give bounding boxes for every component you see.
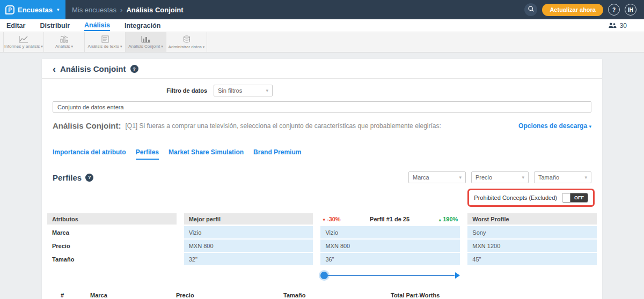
attribute-select-precio[interactable]: Precio ▾ — [471, 171, 529, 183]
dataset-input[interactable]: Conjunto de datos entera — [53, 101, 591, 113]
toolbar-analisis-de-texto[interactable]: Análisis de texto▾ — [85, 32, 126, 52]
worst-profile-row: Sony — [467, 226, 597, 238]
breadcrumb-current: Análisis Conjoint — [126, 6, 183, 14]
col-header-marca: Marca — [90, 292, 176, 298]
attribute-select-tamano[interactable]: Tamaño ▾ — [534, 171, 591, 183]
bar-chart-icon — [60, 35, 69, 43]
toolbar-analisis[interactable]: Análisis▾ — [44, 32, 85, 52]
toolbar-administrar-datos[interactable]: Administrar datos▾ — [166, 32, 207, 52]
worst-profile-row: MXN 1200 — [467, 240, 597, 252]
breadcrumb-parent[interactable]: Mis encuestas — [72, 6, 116, 14]
col-header-tamano: Tamaño — [283, 292, 391, 298]
prohibited-concepts-row: Prohibited Concepts (Excluded) OFF — [49, 189, 595, 207]
responses-indicator[interactable]: 30 — [608, 21, 627, 31]
subtab-perfiles[interactable]: Perfiles — [136, 148, 159, 160]
tab-analisis[interactable]: Análisis — [84, 20, 110, 31]
section-label: Análisis Conjoint: — [53, 121, 121, 130]
help-button[interactable]: ? — [608, 4, 620, 16]
database-icon — [182, 35, 191, 43]
content-area: ‹ Análisis Conjoint ? Filtro de datos Si… — [0, 53, 644, 299]
chevron-down-icon: ▾ — [41, 44, 43, 48]
best-profile-row: MXN 800 — [184, 240, 313, 252]
chevron-down-icon: ▾ — [522, 175, 524, 180]
filter-row: Filtro de datos Sin filtros ▾ — [53, 85, 591, 96]
attribute-selects: Marca ▾ Precio ▾ Tamaño ▾ — [408, 171, 591, 183]
current-profile-title: Perfil #1 de 25 — [370, 216, 409, 222]
toolbar-informes-y-analisis[interactable]: Informes y análisis▾ — [3, 32, 44, 52]
toolbar-analisis-conjoint[interactable]: Análisis Conjoint▾ — [126, 32, 166, 52]
page-title: Análisis Conjoint — [60, 64, 126, 73]
slider-track — [324, 275, 455, 276]
analysis-toolbar: Informes y análisis▾ Análisis▾ Análisis … — [0, 32, 644, 53]
best-profile-column: Mejor perfil Vizio MXN 800 32" — [184, 213, 313, 266]
toolbar-label: Análisis de texto▾ — [88, 44, 122, 49]
profile-slider[interactable] — [320, 271, 460, 280]
current-profile-row: MXN 800 — [320, 240, 460, 252]
analysis-subtabs: Importancia del atributo Perfiles Market… — [53, 148, 591, 160]
chevron-down-icon: ▾ — [120, 44, 122, 48]
slider-handle[interactable] — [320, 272, 328, 279]
current-profile-column: ▾ -30% Perfil #1 de 25 ▴ 190% Vizio MXN … — [320, 213, 460, 266]
filter-label: Filtro de datos — [53, 87, 214, 94]
attributes-header: Atributos — [47, 213, 177, 225]
tab-editar[interactable]: Editar — [6, 20, 25, 31]
slider-arrow-icon — [455, 272, 460, 279]
decrease-badge: ▾ -30% — [323, 216, 340, 222]
product-name: Encuestas — [18, 6, 53, 14]
attribute-row: Tamaño — [47, 253, 177, 265]
col-header-precio: Precio — [176, 292, 283, 298]
breadcrumb-separator-icon: › — [120, 6, 122, 14]
product-switcher[interactable]: P Encuestas ▾ — [0, 0, 65, 19]
worst-profile-header: Worst Profile — [467, 213, 597, 225]
toolbar-label: Informes y análisis▾ — [4, 44, 43, 49]
tab-integracion[interactable]: Integración — [125, 20, 160, 31]
main-nav: Editar Distribuir Análisis Integración 3… — [0, 19, 644, 32]
subtab-brand-premium[interactable]: Brand Premium — [253, 148, 301, 160]
avatar[interactable]: IH — [625, 4, 636, 16]
help-icon[interactable]: ? — [130, 65, 138, 73]
questionpro-logo-icon: P — [5, 5, 14, 14]
update-now-button[interactable]: Actualizar ahora — [542, 4, 603, 16]
attributes-column: Atributos Marca Precio Tamaño — [47, 213, 177, 266]
filter-selected-value: Sin filtros — [218, 87, 242, 94]
people-icon — [608, 21, 617, 31]
profile-slider-row — [47, 271, 597, 280]
current-profile-row: 36" — [320, 253, 460, 265]
increase-badge: ▴ 190% — [439, 216, 458, 222]
annotation-highlight-box: Prohibited Concepts (Excluded) OFF — [467, 189, 595, 207]
back-icon[interactable]: ‹ — [53, 65, 56, 73]
chevron-down-icon: ▾ — [589, 124, 591, 129]
triangle-down-icon: ▾ — [323, 217, 325, 222]
card-header: ‹ Análisis Conjoint ? — [42, 59, 602, 79]
toolbar-label: Administrar datos▾ — [169, 44, 205, 49]
part-worths-table: # Marca Precio Tamaño Total Part-Worths … — [47, 289, 597, 299]
responses-count: 30 — [620, 22, 627, 29]
best-profile-row: 32" — [184, 253, 313, 265]
attribute-select-marca[interactable]: Marca ▾ — [408, 171, 466, 183]
triangle-up-icon: ▴ — [439, 217, 442, 222]
topbar-actions: Actualizar ahora ? IH — [524, 3, 644, 16]
data-filter-select[interactable]: Sin filtros ▾ — [214, 85, 273, 96]
toggle-knob — [562, 193, 570, 202]
current-profile-row: Vizio — [320, 226, 460, 238]
chevron-down-icon: ▾ — [57, 7, 60, 12]
chevron-down-icon: ▾ — [203, 45, 205, 49]
col-header-total-part-worths: Total Part-Worths — [391, 292, 597, 298]
breadcrumb: Mis encuestas › Análisis Conjoint — [72, 6, 184, 14]
download-options-link[interactable]: Opciones de descarga ▾ — [518, 122, 591, 130]
chevron-down-icon: ▾ — [584, 175, 587, 180]
best-profile-row: Vizio — [184, 226, 313, 238]
toolbar-label: Análisis Conjoint▾ — [128, 44, 163, 49]
subtab-importancia[interactable]: Importancia del atributo — [53, 148, 126, 160]
attribute-row: Marca — [47, 226, 177, 238]
conjoint-card: ‹ Análisis Conjoint ? Filtro de datos Si… — [42, 59, 602, 299]
search-button[interactable] — [524, 3, 537, 16]
subtab-market-share[interactable]: Market Share Simulation — [169, 148, 244, 160]
prohibited-concepts-toggle[interactable]: OFF — [562, 193, 588, 203]
worst-profile-row: 45" — [467, 253, 597, 265]
tab-distribuir[interactable]: Distribuir — [40, 20, 70, 31]
text-analysis-icon — [101, 35, 109, 43]
help-icon[interactable]: ? — [85, 174, 93, 182]
conjoint-analysis-icon — [141, 35, 151, 43]
top-bar: P Encuestas ▾ Mis encuestas › Análisis C… — [0, 0, 644, 19]
